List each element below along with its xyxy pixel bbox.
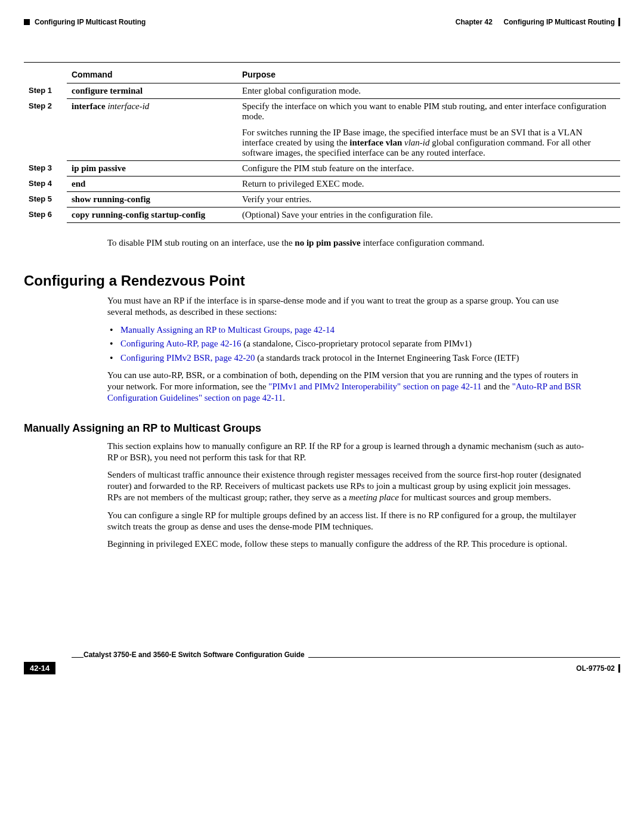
footer-guide-title: Catalyst 3750-E and 3560-E Switch Softwa…	[83, 651, 308, 659]
col-header-purpose: Purpose	[237, 66, 620, 83]
purpose-cell: (Optional) Save your entries in the conf…	[237, 208, 620, 223]
purpose-cell: Configure the PIM stub feature on the in…	[237, 161, 620, 176]
doc-number: OL-9775-02	[576, 664, 615, 673]
purpose-cell: Return to privileged EXEC mode.	[237, 176, 620, 192]
body-paragraph: This section explains how to manually co…	[107, 441, 584, 463]
page-number: 42-14	[24, 662, 55, 674]
table-row: Step 5show running-configVerify your ent…	[24, 192, 620, 208]
body-paragraph: You can configure a single RP for multip…	[107, 510, 584, 532]
table-row: Step 3ip pim passiveConfigure the PIM st…	[24, 161, 620, 176]
steps-table: Command Purpose Step 1configure terminal…	[24, 66, 620, 223]
page-footer: Catalyst 3750-E and 3560-E Switch Softwa…	[24, 657, 620, 674]
command-cell: end	[67, 176, 237, 192]
rp-bullet-list: Manually Assigning an RP to Multicast Gr…	[107, 324, 584, 364]
step-label: Step 1	[24, 83, 67, 99]
command-cell: copy running-config startup-config	[67, 208, 237, 223]
table-row: Step 6copy running-config startup-config…	[24, 208, 620, 223]
rp-followup: You can use auto-RP, BSR, or a combinati…	[107, 370, 584, 404]
step-label: Step 2	[24, 99, 67, 161]
section-heading: Configuring a Rendezvous Point	[24, 272, 620, 289]
list-item: Configuring Auto-RP, page 42-16 (a stand…	[107, 338, 584, 350]
purpose-cell: Verify your entries.	[237, 192, 620, 208]
body-paragraph: Beginning in privileged EXEC mode, follo…	[107, 538, 584, 550]
header-bar-icon	[618, 18, 620, 26]
header-section-label: Configuring IP Multicast Routing	[35, 18, 145, 26]
list-item: Manually Assigning an RP to Multicast Gr…	[107, 324, 584, 336]
table-row: Step 1configure terminalEnter global con…	[24, 83, 620, 99]
xref-link[interactable]: "PIMv1 and PIMv2 Interoperability" secti…	[268, 382, 481, 391]
command-cell: interface interface-id	[67, 99, 237, 161]
purpose-cell: Specify the interface on which you want …	[237, 99, 620, 161]
disable-note: To disable PIM stub routing on an interf…	[107, 237, 584, 249]
table-row: Step 2interface interface-idSpecify the …	[24, 99, 620, 161]
command-cell: configure terminal	[67, 83, 237, 99]
list-item: Configuring PIMv2 BSR, page 42-20 (a sta…	[107, 352, 584, 364]
xref-link[interactable]: Manually Assigning an RP to Multicast Gr…	[120, 325, 335, 335]
xref-link[interactable]: Configuring Auto-RP, page 42-16	[120, 339, 242, 348]
header-chapter: Chapter 42	[456, 18, 493, 26]
subsection-heading: Manually Assigning an RP to Multicast Gr…	[24, 422, 620, 435]
purpose-cell: Enter global configuration mode.	[237, 83, 620, 99]
step-label: Step 4	[24, 176, 67, 192]
step-label: Step 3	[24, 161, 67, 176]
header-chapter-title: Configuring IP Multicast Routing	[504, 18, 615, 26]
command-cell: show running-config	[67, 192, 237, 208]
running-header: Configuring IP Multicast Routing Chapter…	[24, 18, 620, 26]
header-marker-icon	[24, 19, 30, 25]
step-label: Step 5	[24, 192, 67, 208]
step-label: Step 6	[24, 208, 67, 223]
footer-bar-icon	[618, 664, 620, 673]
xref-link[interactable]: Configuring PIMv2 BSR, page 42-20	[120, 353, 255, 363]
table-top-rule	[24, 62, 620, 63]
body-paragraph: Senders of multicast traffic announce th…	[107, 469, 584, 504]
table-row: Step 4endReturn to privileged EXEC mode.	[24, 176, 620, 192]
rp-intro: You must have an RP if the interface is …	[107, 295, 584, 318]
command-cell: ip pim passive	[67, 161, 237, 176]
col-header-command: Command	[67, 66, 237, 83]
